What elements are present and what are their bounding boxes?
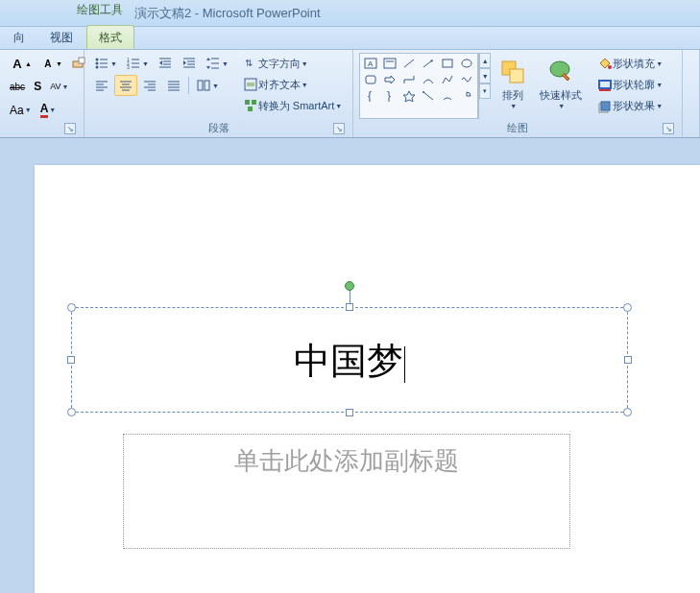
increase-indent-button[interactable] — [178, 53, 201, 74]
decrease-font-button[interactable]: A▼ — [36, 53, 66, 74]
svg-text:}: } — [387, 90, 391, 102]
shape-roundrect[interactable] — [362, 72, 379, 87]
drawing-dialog-launcher[interactable]: ↘ — [663, 123, 674, 134]
spacing-button[interactable]: AV▼ — [46, 79, 72, 94]
columns-button[interactable]: ▼ — [192, 75, 223, 96]
svg-rect-74 — [599, 81, 611, 88]
separator — [188, 77, 189, 94]
tab-format[interactable]: 格式 — [86, 25, 134, 49]
shapes-gallery[interactable]: A — [359, 53, 478, 119]
subtitle-placeholder[interactable]: 单击此处添加副标题 — [123, 434, 570, 549]
smartart-icon — [243, 98, 258, 113]
align-justify-button[interactable] — [162, 75, 185, 96]
title-placeholder[interactable]: 中国梦 — [71, 307, 628, 413]
align-left-button[interactable] — [90, 75, 113, 96]
numbering-icon: 123 — [126, 56, 141, 71]
shape-curve[interactable] — [420, 72, 437, 87]
shape-rect[interactable] — [439, 56, 456, 71]
bullets-icon — [94, 56, 109, 71]
fontcolor-button[interactable]: A▼ — [36, 99, 60, 121]
slide-canvas[interactable]: 中国梦 单击此处添加副标题 — [0, 138, 700, 593]
shape-connector[interactable] — [400, 72, 418, 87]
align-right-button[interactable] — [138, 75, 161, 96]
shape-oval[interactable] — [458, 56, 475, 71]
shape-pie[interactable] — [458, 88, 475, 104]
svg-rect-48 — [245, 79, 256, 90]
aligncenter-icon — [118, 78, 133, 93]
increase-font-button[interactable]: A▲ — [6, 53, 36, 74]
svg-marker-23 — [183, 60, 186, 65]
slide[interactable]: 中国梦 单击此处添加副标题 — [35, 165, 700, 593]
svg-point-2 — [96, 59, 99, 61]
bullets-button[interactable]: ▼ — [90, 53, 121, 74]
svg-marker-64 — [385, 76, 395, 83]
replace-button[interactable]: ab — [688, 74, 696, 93]
menu-tabs: 向 视图 格式 — [0, 27, 700, 50]
handle-se[interactable] — [623, 408, 632, 416]
title-text[interactable]: 中国梦 — [72, 308, 627, 386]
align-text-button[interactable]: 对齐文本▼ — [238, 74, 347, 95]
shape-lbrace[interactable]: { — [362, 88, 379, 104]
gallery-scrollbar: ▲ ▼ ▾ — [478, 53, 491, 119]
quick-styles-button[interactable]: 快速样式 ▼ — [535, 53, 587, 119]
shape-textbox[interactable]: A — [362, 56, 379, 71]
svg-rect-46 — [205, 81, 209, 90]
title-bar: 绘图工具 演示文稿2 - Microsoft PowerPoint — [0, 0, 700, 27]
tab-partial[interactable]: 向 — [2, 26, 36, 49]
quickstyle-icon — [545, 57, 576, 87]
font-dialog-launcher[interactable]: ↘ — [64, 123, 76, 134]
shape-star[interactable] — [400, 88, 418, 104]
shape-textbox2[interactable] — [381, 56, 398, 71]
shape-arrow[interactable] — [420, 56, 437, 71]
handle-ne[interactable] — [623, 303, 632, 312]
shape-outline-button[interactable]: 形状轮廓▼ — [592, 74, 667, 95]
shape-rbrace[interactable]: } — [381, 88, 398, 104]
shape-line[interactable] — [400, 56, 418, 71]
handle-e[interactable] — [624, 356, 632, 364]
shape-freeform[interactable] — [439, 72, 456, 87]
svg-rect-61 — [443, 59, 452, 67]
svg-rect-76 — [601, 102, 610, 110]
decrease-indent-button[interactable] — [154, 53, 177, 74]
shape-connector2[interactable] — [420, 88, 437, 104]
handle-w[interactable] — [67, 356, 75, 364]
paragraph-dialog-launcher[interactable]: ↘ — [333, 123, 345, 134]
handle-nw[interactable] — [67, 303, 76, 312]
handle-n[interactable] — [346, 303, 353, 311]
shape-arc[interactable] — [439, 88, 456, 104]
tab-view[interactable]: 视图 — [38, 26, 84, 49]
textdir-icon: ⇅ — [243, 56, 258, 71]
valign-icon — [243, 77, 258, 92]
rotate-handle[interactable] — [345, 281, 354, 291]
gallery-up-button[interactable]: ▲ — [479, 53, 491, 68]
outline-icon — [597, 77, 613, 92]
svg-marker-67 — [403, 91, 415, 102]
drawing-group: A — [353, 50, 683, 137]
shape-scribble[interactable] — [458, 72, 475, 87]
svg-text:⇅: ⇅ — [245, 58, 253, 68]
shape-effects-button[interactable]: 形状效果▼ — [592, 95, 667, 116]
font-group: A▲ A▼ abc S AV▼ Aa▼ A▼ ↘ — [0, 50, 84, 137]
gallery-more-button[interactable]: ▾ — [479, 83, 491, 99]
arrange-button[interactable]: 排列 ▼ — [493, 53, 533, 119]
svg-point-72 — [550, 61, 569, 77]
smartart-button[interactable]: 转换为 SmartArt▼ — [238, 95, 347, 116]
shadow-button[interactable]: S — [30, 77, 45, 96]
text-direction-button[interactable]: ⇅ 文字方向▼ — [238, 53, 347, 74]
align-center-button[interactable] — [114, 75, 137, 96]
alignleft-icon — [94, 78, 109, 93]
find-button[interactable] — [688, 53, 696, 72]
indent-icon — [181, 56, 197, 71]
gallery-down-button[interactable]: ▼ — [479, 68, 491, 83]
handle-s[interactable] — [346, 409, 353, 416]
handle-sw[interactable] — [67, 408, 76, 416]
select-button[interactable] — [688, 95, 696, 114]
shape-fill-button[interactable]: 形状填充▼ — [592, 53, 667, 74]
strike-button[interactable]: abc — [6, 79, 29, 95]
columns-icon — [196, 78, 211, 93]
changecase-button[interactable]: Aa▼ — [6, 101, 36, 120]
shape-arrowblock[interactable] — [381, 72, 398, 87]
line-spacing-button[interactable]: ▼ — [202, 53, 232, 74]
text-cursor — [404, 346, 405, 383]
numbering-button[interactable]: 123▼ — [122, 53, 153, 74]
